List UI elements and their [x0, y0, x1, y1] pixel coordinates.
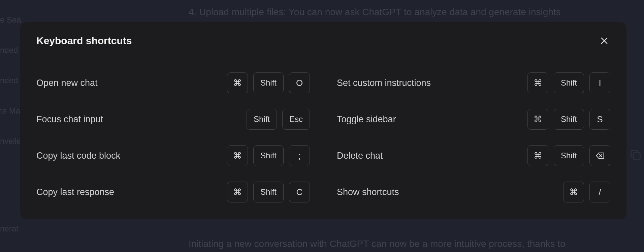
- key-esc: Esc: [282, 109, 310, 130]
- shortcut-label: Copy last code block: [36, 151, 120, 161]
- shortcut-keys: ⌘ Shift C: [227, 182, 310, 202]
- key-shift: Shift: [253, 72, 284, 93]
- key-slash: /: [589, 182, 610, 202]
- shortcut-label: Delete chat: [337, 151, 383, 161]
- key-shift: Shift: [554, 109, 584, 130]
- shortcut-keys: ⌘ Shift: [527, 145, 610, 166]
- shortcut-label: Set custom instructions: [337, 78, 431, 88]
- key-shift: Shift: [554, 72, 584, 93]
- key-cmd: ⌘: [527, 109, 548, 130]
- modal-header: Keyboard shortcuts: [20, 22, 626, 57]
- key-s: S: [589, 109, 610, 130]
- shortcut-label: Show shortcuts: [337, 187, 399, 197]
- backspace-icon: [595, 151, 605, 160]
- shortcut-keys: ⌘ Shift I: [527, 72, 610, 93]
- shortcut-column-left: Open new chat ⌘ Shift O Focus chat input…: [36, 72, 310, 202]
- key-cmd: ⌘: [563, 182, 584, 202]
- shortcut-keys: ⌘ Shift S: [527, 109, 610, 130]
- close-button[interactable]: [598, 35, 610, 47]
- keyboard-shortcuts-modal: Keyboard shortcuts Open new chat ⌘ Shift…: [20, 22, 626, 219]
- shortcut-label: Copy last response: [36, 187, 114, 197]
- modal-title: Keyboard shortcuts: [36, 35, 132, 46]
- key-cmd: ⌘: [527, 145, 548, 166]
- key-shift: Shift: [247, 109, 277, 130]
- key-o: O: [289, 72, 310, 93]
- key-backspace: [589, 145, 610, 166]
- key-shift: Shift: [253, 145, 284, 166]
- shortcut-row-focus-chat-input: Focus chat input Shift Esc: [36, 109, 310, 130]
- key-cmd: ⌘: [227, 72, 248, 93]
- shortcut-row-show-shortcuts: Show shortcuts ⌘ /: [337, 182, 610, 202]
- shortcut-row-delete-chat: Delete chat ⌘ Shift: [337, 145, 610, 166]
- shortcut-keys: Shift Esc: [247, 109, 310, 130]
- shortcut-row-copy-last-code-block: Copy last code block ⌘ Shift ;: [36, 145, 310, 166]
- shortcut-label: Focus chat input: [36, 114, 103, 125]
- key-semicolon: ;: [289, 145, 310, 166]
- key-cmd: ⌘: [227, 145, 248, 166]
- key-c: C: [289, 182, 310, 202]
- shortcut-row-open-new-chat: Open new chat ⌘ Shift O: [36, 72, 310, 93]
- shortcut-label: Open new chat: [36, 78, 98, 88]
- key-shift: Shift: [253, 182, 284, 202]
- close-icon: [600, 36, 609, 45]
- key-cmd: ⌘: [227, 182, 248, 202]
- shortcut-keys: ⌘ Shift O: [227, 72, 310, 93]
- shortcut-keys: ⌘ Shift ;: [227, 145, 310, 166]
- key-i: I: [589, 72, 610, 93]
- shortcut-column-right: Set custom instructions ⌘ Shift I Toggle…: [337, 72, 610, 202]
- key-cmd: ⌘: [527, 72, 548, 93]
- shortcut-keys: ⌘ /: [563, 182, 610, 202]
- modal-body: Open new chat ⌘ Shift O Focus chat input…: [20, 57, 626, 219]
- key-shift: Shift: [554, 145, 584, 166]
- shortcut-row-set-custom-instructions: Set custom instructions ⌘ Shift I: [337, 72, 610, 93]
- shortcut-row-toggle-sidebar: Toggle sidebar ⌘ Shift S: [337, 109, 610, 130]
- shortcut-row-copy-last-response: Copy last response ⌘ Shift C: [36, 182, 310, 202]
- shortcut-label: Toggle sidebar: [337, 114, 396, 125]
